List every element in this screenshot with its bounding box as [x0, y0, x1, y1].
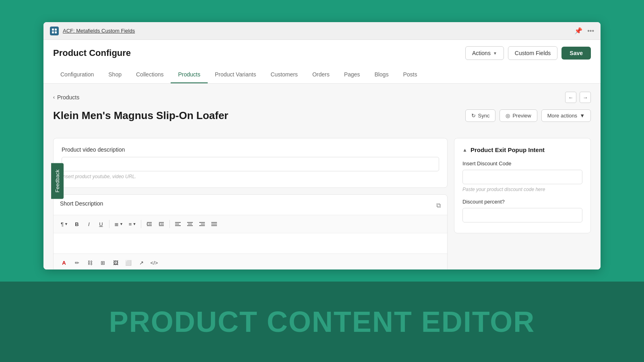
paragraph-chevron: ▼	[64, 222, 68, 226]
image-button[interactable]: 🖼	[110, 257, 121, 268]
align-left-button[interactable]	[172, 218, 184, 230]
nav-tabs: Configuration Shop Collections Products …	[53, 66, 591, 83]
tab-posts[interactable]: Posts	[396, 66, 424, 83]
bold-button[interactable]: B	[71, 218, 83, 230]
ordered-list-icon: ≣	[114, 221, 119, 227]
breadcrumb[interactable]: ‹ Products	[53, 94, 79, 101]
short-desc-label: Short Description	[60, 200, 103, 207]
content-area[interactable]: ‹ Products ← → Klein Men's Magnus Slip-O…	[43, 84, 601, 269]
discount-code-label: Insert Discount Code	[462, 160, 582, 167]
table-button[interactable]: ⊞	[97, 257, 108, 268]
app-title[interactable]: ACF: Metafields Custom Fields	[63, 28, 135, 34]
actions-chevron-icon: ▼	[493, 51, 497, 56]
preview-icon: ◎	[506, 113, 510, 119]
header-top: Product Configure Actions ▼ Custom Field…	[53, 40, 591, 66]
browser-window: ACF: Metafields Custom Fields 📌 ••• Prod…	[43, 22, 601, 269]
indent-button[interactable]	[156, 218, 167, 230]
sidebar-section-title: ▲ Product Exit Popup Intent	[462, 146, 582, 153]
editor-toolbar-2: A ✏ ⛓ ⊞ 🖼 ⬜ ↗ </>	[54, 253, 447, 269]
browser-chrome: ACF: Metafields Custom Fields 📌 •••	[43, 22, 601, 40]
more-actions-button[interactable]: More actions ▼	[541, 109, 591, 122]
align-justify-button[interactable]	[208, 218, 220, 230]
tab-blogs[interactable]: Blogs	[367, 66, 396, 83]
outdent-button[interactable]	[144, 218, 155, 230]
banner-text: PRODUCT CONTENT EDITOR	[109, 305, 535, 338]
feedback-tab[interactable]: Feedback	[51, 163, 64, 199]
chevron-left-icon: ‹	[53, 95, 55, 100]
bottom-banner: PRODUCT CONTENT EDITOR	[0, 282, 644, 362]
short-description-card: Short Description ⧉ ¶ ▼ B	[53, 194, 448, 269]
tab-collections[interactable]: Collections	[129, 66, 171, 83]
unordered-list-icon: ≡	[129, 221, 132, 227]
browser-chrome-left: ACF: Metafields Custom Fields	[50, 27, 135, 35]
page-title: Product Configure	[53, 48, 131, 58]
app-header: Product Configure Actions ▼ Custom Field…	[43, 40, 601, 84]
editor-header: Short Description ⧉	[54, 195, 447, 215]
link-button[interactable]: ⛓	[84, 257, 95, 268]
toolbar-sep-3	[169, 220, 170, 228]
tab-orders[interactable]: Orders	[305, 66, 337, 83]
toolbar-sep-1	[109, 220, 109, 228]
sync-label: Sync	[478, 113, 490, 119]
breadcrumb-label: Products	[57, 94, 79, 101]
paragraph-icon: ¶	[61, 221, 64, 227]
video-url-input[interactable]	[62, 157, 439, 171]
two-col-layout: Product video description Insert product…	[53, 138, 591, 269]
breadcrumb-bar: ‹ Products ← →	[53, 92, 591, 103]
toolbar-sep-2	[141, 220, 141, 228]
svg-rect-3	[55, 31, 57, 33]
collapse-icon[interactable]: ▲	[462, 147, 467, 153]
copy-icon[interactable]: ⧉	[436, 202, 441, 209]
more-actions-label: More actions	[547, 113, 577, 119]
nav-arrows: ← →	[565, 92, 591, 103]
sidebar-title-text: Product Exit Popup Intent	[471, 146, 545, 153]
tab-product-variants[interactable]: Product Variants	[208, 66, 263, 83]
ul-chevron: ▼	[132, 222, 136, 226]
tab-configuration[interactable]: Configuration	[53, 66, 101, 83]
unordered-list-dropdown[interactable]: ≡ ▼	[126, 220, 139, 229]
next-arrow-button[interactable]: →	[580, 92, 591, 103]
font-color-button[interactable]: A	[58, 257, 70, 268]
video-field-hint: Insert product youtube, video URL.	[62, 174, 439, 179]
sync-button[interactable]: ↻ Sync	[465, 109, 496, 122]
pin-icon[interactable]: 📌	[574, 27, 582, 35]
code-button[interactable]: </>	[149, 257, 160, 268]
sidebar-column: ▲ Product Exit Popup Intent Insert Disco…	[454, 138, 591, 233]
discount-percent-label: Discount percent?	[462, 199, 582, 205]
underline-button[interactable]: U	[95, 218, 107, 230]
content-inner: ‹ Products ← → Klein Men's Magnus Slip-O…	[43, 84, 601, 269]
actions-button[interactable]: Actions ▼	[465, 46, 504, 60]
product-title: Klein Men's Magnus Slip-On Loafer	[53, 109, 228, 122]
video-field-label: Product video description	[62, 146, 439, 153]
svg-rect-1	[55, 29, 57, 31]
discount-code-hint: Paste your product discount code here	[462, 187, 582, 192]
tab-shop[interactable]: Shop	[101, 66, 129, 83]
more-actions-chevron-icon: ▼	[580, 113, 585, 119]
editor-body[interactable]	[54, 233, 447, 253]
ordered-list-dropdown[interactable]: ≣ ▼	[112, 220, 126, 229]
align-right-button[interactable]	[196, 218, 208, 230]
save-button[interactable]: Save	[561, 47, 591, 60]
more-options-icon[interactable]: •••	[587, 27, 594, 35]
editor-toolbar: ¶ ▼ B I U	[54, 215, 447, 233]
align-center-button[interactable]	[184, 218, 196, 230]
highlight-button[interactable]: ✏	[71, 257, 83, 268]
ol-chevron: ▼	[120, 222, 123, 226]
actions-label: Actions	[472, 50, 491, 56]
paragraph-dropdown[interactable]: ¶ ▼	[58, 220, 70, 229]
tab-products[interactable]: Products	[171, 66, 207, 83]
prev-arrow-button[interactable]: ←	[565, 92, 576, 103]
sync-icon: ↻	[471, 113, 476, 119]
action-bar: ↻ Sync ◎ Preview More actions ▼	[465, 109, 591, 122]
embed-button[interactable]: ⬜	[123, 257, 134, 268]
italic-button[interactable]: I	[83, 218, 95, 230]
browser-chrome-right: 📌 •••	[574, 27, 594, 35]
header-actions: Actions ▼ Custom Fields Save	[465, 46, 591, 60]
discount-code-input[interactable]	[462, 170, 582, 184]
tab-customers[interactable]: Customers	[263, 66, 305, 83]
custom-fields-button[interactable]: Custom Fields	[508, 46, 557, 60]
preview-button[interactable]: ◎ Preview	[500, 109, 537, 122]
special-char-button[interactable]: ↗	[136, 257, 147, 268]
discount-percent-input[interactable]	[462, 208, 582, 222]
tab-pages[interactable]: Pages	[337, 66, 367, 83]
